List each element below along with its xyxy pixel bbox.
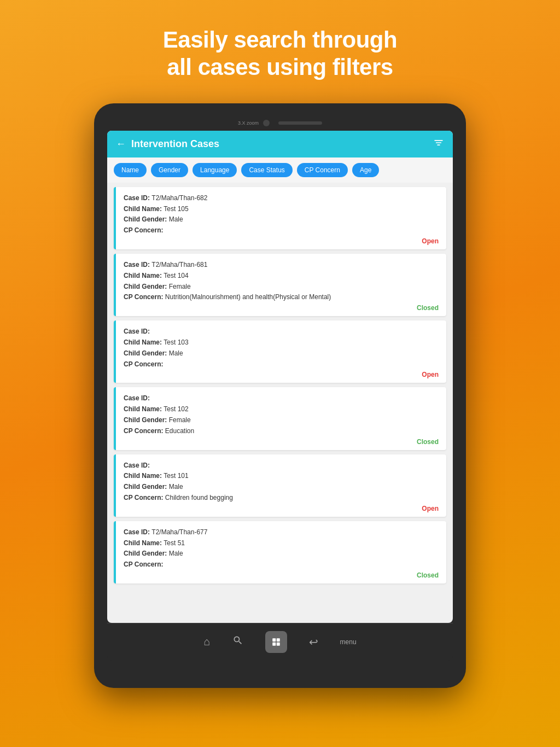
tablet-top-bar: 3.X zoom [107,120,453,126]
svg-rect-3 [276,643,279,646]
case-card-3[interactable]: Case ID: Child Name: Test 103 Child Gend… [114,320,446,383]
tablet-camera-label: 3.X zoom [238,120,259,126]
tablet-camera [263,120,270,126]
case-id-4: Case ID: [124,394,439,403]
svg-rect-0 [272,638,276,641]
child-name-3: Child Name: Test 103 [124,338,439,347]
svg-rect-2 [272,643,276,646]
app-header: ← Intervention Cases [107,131,453,157]
back-button[interactable]: ← [116,138,126,150]
case-id-5: Case ID: [124,461,439,470]
back-nav-icon[interactable]: ↩ [309,635,318,649]
child-gender-1: Child Gender: Male [124,215,439,224]
case-status-1: Open [124,237,439,245]
cp-concern-6: CP Concern: [124,560,439,569]
cp-concern-3: CP Concern: [124,360,439,369]
filter-settings-icon[interactable] [433,137,444,151]
case-card-6[interactable]: Case ID: T2/Maha/Than-677 Child Name: Te… [114,521,446,583]
child-gender-4: Child Gender: Female [124,416,439,425]
child-name-5: Child Name: Test 101 [124,471,439,481]
filter-case-status[interactable]: Case Status [241,163,292,177]
cp-concern-2: CP Concern: Nutrition(Malnourishment) an… [124,293,439,302]
case-card-5[interactable]: Case ID: Child Name: Test 101 Child Gend… [114,454,446,517]
filter-gender[interactable]: Gender [151,163,188,177]
filter-language[interactable]: Language [192,163,237,177]
child-name-4: Child Name: Test 102 [124,405,439,414]
case-id-3: Case ID: [124,327,439,336]
menu-label[interactable]: menu [340,638,357,646]
tablet-screen: ← Intervention Cases Name Gender Languag… [107,131,453,623]
case-id-1: Case ID: T2/Maha/Than-682 [124,194,439,203]
cp-concern-1: CP Concern: [124,226,439,235]
cp-concern-4: CP Concern: Education [124,427,439,436]
case-card-1[interactable]: Case ID: T2/Maha/Than-682 Child Name: Te… [114,187,446,249]
cases-list: Case ID: T2/Maha/Than-682 Child Name: Te… [107,183,453,588]
child-name-6: Child Name: Test 51 [124,539,439,548]
page-headline: Easily search through all cases using fi… [163,26,397,81]
case-status-4: Closed [124,438,439,446]
search-icon[interactable] [232,635,243,649]
case-card-2[interactable]: Case ID: T2/Maha/Than-681 Child Name: Te… [114,254,446,316]
svg-rect-1 [276,638,279,641]
child-gender-5: Child Gender: Male [124,482,439,492]
case-status-5: Open [124,505,439,512]
child-name-2: Child Name: Test 104 [124,271,439,281]
cp-concern-5: CP Concern: Children found begging [124,493,439,503]
tablet-speaker [278,121,322,125]
tablet-bottom-nav: ⌂ ↩ menu [107,623,453,661]
case-id-2: Case ID: T2/Maha/Than-681 [124,260,439,270]
child-gender-2: Child Gender: Female [124,282,439,291]
case-status-3: Open [124,371,439,378]
headline-line2: all cases using filters [167,54,393,80]
filter-cp-concern[interactable]: CP Concern [297,163,348,177]
headline-line1: Easily search through [163,27,397,52]
case-card-4[interactable]: Case ID: Child Name: Test 102 Child Gend… [114,387,446,450]
child-gender-6: Child Gender: Male [124,549,439,558]
child-gender-3: Child Gender: Male [124,349,439,358]
filter-age[interactable]: Age [352,163,379,177]
filter-name[interactable]: Name [114,163,147,177]
tablet-device: 3.X zoom ← Intervention Cases Name Gende… [94,103,466,688]
case-id-6: Case ID: T2/Maha/Than-677 [124,528,439,537]
case-status-2: Closed [124,304,439,312]
child-name-1: Child Name: Test 105 [124,205,439,214]
case-status-6: Closed [124,571,439,579]
app-header-left: ← Intervention Cases [116,138,219,150]
home-icon[interactable]: ⌂ [203,635,210,648]
app-title: Intervention Cases [131,138,219,150]
home-button[interactable] [265,631,287,653]
filter-bar: Name Gender Language Case Status CP Conc… [107,157,453,183]
